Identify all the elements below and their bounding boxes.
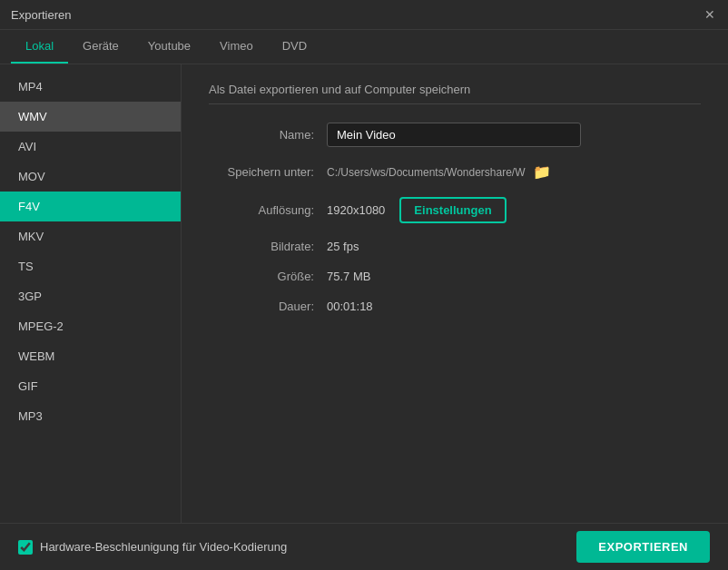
framerate-row: Bildrate: 25 fps (209, 240, 701, 253)
format-item-3gp[interactable]: 3GP (0, 281, 181, 311)
folder-icon[interactable]: 📁 (533, 163, 551, 181)
tab-geraete[interactable]: Geräte (68, 30, 133, 64)
export-button[interactable]: EXPORTIEREN (576, 531, 710, 563)
hw-accel-container: Hardware-Beschleunigung für Video-Kodier… (18, 540, 287, 555)
bottom-bar: Hardware-Beschleunigung für Video-Kodier… (0, 523, 728, 570)
framerate-value: 25 fps (327, 240, 359, 253)
duration-row: Dauer: 00:01:18 (209, 300, 701, 313)
format-item-mkv[interactable]: MKV (0, 221, 181, 251)
resolution-value: 1920x1080 (327, 203, 385, 217)
format-item-mp4[interactable]: MP4 (0, 72, 181, 102)
format-item-mp3[interactable]: MP3 (0, 401, 181, 431)
resolution-label: Auflösung: (209, 203, 327, 217)
format-item-avi[interactable]: AVI (0, 132, 181, 162)
format-item-gif[interactable]: GIF (0, 371, 181, 401)
format-sidebar: MP4 WMV AVI MOV F4V MKV TS 3GP MPEG-2 WE… (0, 64, 182, 562)
save-label: Speichern unter: (209, 165, 327, 179)
dialog-title: Exportieren (11, 8, 71, 22)
format-item-f4v[interactable]: F4V (0, 192, 181, 221)
duration-value: 00:01:18 (327, 300, 373, 313)
tab-youtube[interactable]: Youtube (133, 30, 205, 64)
name-label: Name: (209, 128, 327, 142)
duration-label: Dauer: (209, 300, 327, 313)
framerate-label: Bildrate: (209, 240, 327, 253)
size-row: Größe: 75.7 MB (209, 270, 701, 283)
name-row: Name: (209, 123, 701, 147)
format-item-ts[interactable]: TS (0, 251, 181, 281)
hw-accel-label: Hardware-Beschleunigung für Video-Kodier… (40, 540, 287, 554)
save-path-text: C:/Users/ws/Documents/Wondershare/W (327, 166, 526, 179)
title-bar: Exportieren ✕ (0, 0, 728, 30)
close-button[interactable]: ✕ (703, 7, 717, 22)
settings-button[interactable]: Einstellungen (399, 197, 506, 223)
path-container: C:/Users/ws/Documents/Wondershare/W 📁 (327, 163, 701, 181)
size-label: Größe: (209, 270, 327, 283)
tab-vimeo[interactable]: Vimeo (205, 30, 268, 64)
format-item-wmv[interactable]: WMV (0, 102, 181, 132)
format-item-mov[interactable]: MOV (0, 162, 181, 192)
export-panel: Als Datei exportieren und auf Computer s… (182, 64, 728, 562)
tab-lokal[interactable]: Lokal (11, 30, 68, 64)
save-path-row: Speichern unter: C:/Users/ws/Documents/W… (209, 163, 701, 181)
name-input[interactable] (327, 123, 581, 147)
format-item-webm[interactable]: WEBM (0, 341, 181, 371)
tab-bar: Lokal Geräte Youtube Vimeo DVD (0, 30, 728, 64)
hw-accel-checkbox[interactable] (18, 540, 33, 555)
resolution-row: Auflösung: 1920x1080 Einstellungen (209, 197, 701, 223)
main-content: MP4 WMV AVI MOV F4V MKV TS 3GP MPEG-2 WE… (0, 64, 728, 562)
size-value: 75.7 MB (327, 270, 370, 283)
format-item-mpeg2[interactable]: MPEG-2 (0, 311, 181, 341)
panel-title: Als Datei exportieren und auf Computer s… (209, 83, 701, 104)
tab-dvd[interactable]: DVD (268, 30, 321, 64)
